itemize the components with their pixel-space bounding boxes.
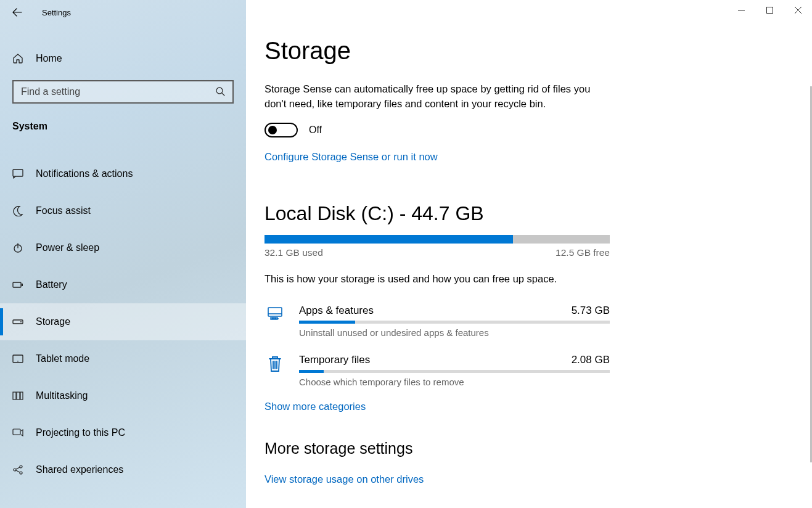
titlebar: Settings (0, 0, 246, 25)
minimize-button[interactable] (727, 0, 755, 20)
configure-storage-sense-link[interactable]: Configure Storage Sense or run it now (265, 151, 794, 163)
category-body: Temporary files2.08 GBChoose which tempo… (299, 354, 610, 387)
minimize-icon (738, 7, 745, 14)
svg-rect-4 (22, 284, 23, 286)
category-header: Apps & features5.73 GB (299, 305, 610, 317)
category-header: Temporary files2.08 GB (299, 354, 610, 366)
sidebar-item-power[interactable]: Power & sleep (0, 229, 246, 266)
category-bar (299, 370, 610, 373)
sidebar-nav: Notifications & actionsFocus assistPower… (0, 155, 246, 488)
sidebar-item-label: Power & sleep (36, 242, 99, 253)
disk-title: Local Disk (C:) - 44.7 GB (265, 202, 794, 225)
svg-rect-10 (17, 392, 20, 399)
sidebar: Settings Home System Notifications & act… (0, 0, 246, 508)
search-wrap (12, 80, 234, 104)
drive-icon (12, 316, 23, 327)
storage-categories: Apps & features5.73 GBUninstall unused o… (265, 296, 794, 395)
project-icon (12, 427, 23, 438)
sidebar-item-tablet[interactable]: Tablet mode (0, 340, 246, 377)
sidebar-item-projecting[interactable]: Projecting to this PC (0, 414, 246, 451)
search-input[interactable] (21, 86, 215, 97)
category-name: Apps & features (299, 305, 374, 317)
sidebar-item-focus[interactable]: Focus assist (0, 192, 246, 229)
category-subtext: Uninstall unused or undesired apps & fea… (299, 327, 610, 338)
battery-icon (12, 279, 23, 290)
sidebar-item-battery[interactable]: Battery (0, 266, 246, 303)
sidebar-section-label: System (0, 104, 246, 138)
svg-point-6 (20, 321, 22, 322)
view-other-drives-link[interactable]: View storage usage on other drives (265, 473, 794, 485)
back-button[interactable] (11, 6, 23, 18)
svg-point-15 (20, 472, 22, 474)
window-controls (727, 0, 812, 20)
sidebar-item-storage[interactable]: Storage (0, 303, 246, 340)
arrow-left-icon (12, 7, 22, 17)
toggle-state-label: Off (309, 125, 322, 136)
disk-usage-fill (265, 235, 513, 244)
category-size: 5.73 GB (572, 305, 610, 317)
sidebar-inner: Home System Notifications & actionsFocus… (0, 25, 246, 488)
category-subtext: Choose which temporary files to remove (299, 377, 610, 387)
content: Storage Storage Sense can automatically … (246, 0, 812, 504)
close-button[interactable] (784, 0, 812, 20)
svg-rect-9 (13, 392, 16, 399)
svg-rect-1 (13, 170, 23, 176)
svg-point-8 (17, 361, 18, 362)
sidebar-item-notifications[interactable]: Notifications & actions (0, 155, 246, 192)
trash-icon (265, 354, 285, 387)
storage-category-apps[interactable]: Apps & features5.73 GBUninstall unused o… (265, 296, 610, 345)
sidebar-item-label: Storage (36, 316, 70, 327)
category-size: 2.08 GB (572, 354, 610, 366)
svg-point-0 (216, 88, 223, 94)
sidebar-item-label: Focus assist (36, 205, 91, 216)
svg-rect-16 (766, 7, 773, 13)
sidebar-item-label: Multitasking (36, 390, 88, 401)
svg-rect-3 (13, 282, 21, 287)
maximize-button[interactable] (755, 0, 784, 20)
sidebar-home-label: Home (36, 53, 62, 64)
sidebar-item-label: Projecting to this PC (36, 427, 125, 438)
home-icon (12, 53, 23, 64)
power-icon (12, 242, 23, 253)
disk-free-label: 12.5 GB free (556, 247, 610, 258)
show-more-categories-link[interactable]: Show more categories (265, 401, 794, 412)
toggle-knob (268, 126, 277, 134)
svg-rect-17 (268, 308, 282, 316)
svg-point-13 (14, 469, 16, 471)
svg-rect-12 (13, 429, 20, 435)
monitor-icon (265, 305, 285, 338)
category-body: Apps & features5.73 GBUninstall unused o… (299, 305, 610, 338)
disk-used-label: 32.1 GB used (265, 247, 323, 258)
window-title: Settings (42, 8, 71, 17)
settings-window: Settings Home System Notifications & act… (0, 0, 812, 508)
moon-icon (12, 205, 23, 216)
disk-desc: This is how your storage is used and how… (265, 273, 794, 285)
sidebar-home[interactable]: Home (0, 44, 246, 73)
disk-usage-bar (265, 235, 610, 244)
storage-sense-toggle-row: Off (265, 123, 794, 137)
sidebar-item-shared[interactable]: Shared experiences (0, 451, 246, 488)
disk-section: Local Disk (C:) - 44.7 GB 32.1 GB used 1… (265, 202, 794, 412)
svg-point-14 (20, 465, 22, 468)
close-icon (795, 7, 802, 14)
sidebar-item-label: Tablet mode (36, 353, 89, 364)
timeline-icon (12, 390, 23, 401)
more-settings-title: More storage settings (265, 440, 794, 457)
sidebar-item-label: Notifications & actions (36, 168, 133, 179)
sidebar-item-multitasking[interactable]: Multitasking (0, 377, 246, 414)
message-icon (12, 168, 23, 179)
page-title: Storage (265, 37, 794, 65)
search-icon (215, 86, 226, 97)
category-name: Temporary files (299, 354, 370, 366)
sidebar-item-label: Battery (36, 279, 67, 290)
tablet-icon (12, 353, 23, 364)
svg-rect-11 (20, 392, 23, 399)
category-bar-fill (299, 370, 324, 373)
maximize-icon (766, 7, 773, 14)
share-icon (12, 464, 23, 475)
disk-meta: 32.1 GB used 12.5 GB free (265, 247, 610, 258)
search-box[interactable] (12, 80, 234, 104)
storage-sense-toggle[interactable] (265, 123, 298, 137)
storage-category-temp[interactable]: Temporary files2.08 GBChoose which tempo… (265, 345, 610, 395)
category-bar (299, 321, 610, 324)
